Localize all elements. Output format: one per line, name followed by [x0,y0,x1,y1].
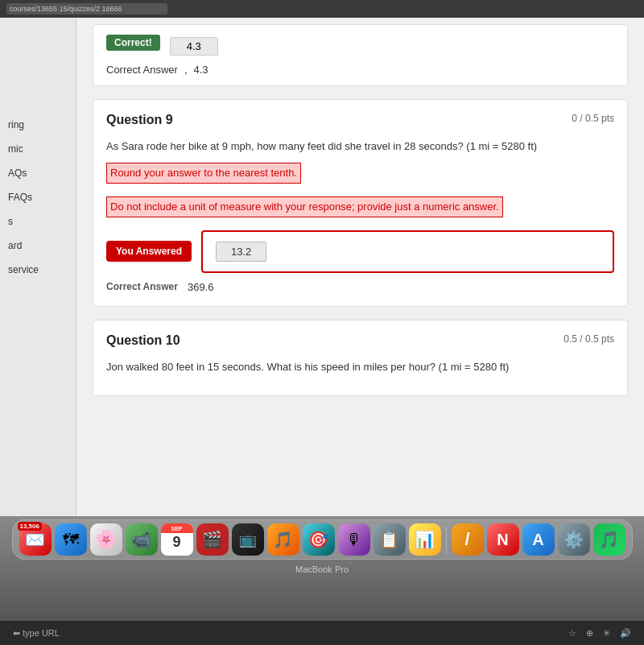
macbook-label: MacBook Pro [295,564,349,574]
dock-bar: ✉️ 13,506 🗺 🌸 📹 SEP 9 [12,519,633,560]
sidebar-item-aqs[interactable]: AQs [0,163,76,184]
dock-finder-icon[interactable]: 🎯 [303,523,335,556]
dock-divider [446,527,447,556]
dock-area: ✉️ 13,506 🗺 🌸 📹 SEP 9 [0,516,644,621]
bottom-left-text: ⬅ type URL [13,628,60,639]
url-text: courses/13655 15/quizzes/2 16666 [10,5,122,13]
correct-answer-section: Correct Answer 369.6 [106,281,614,293]
browser-top-bar: courses/13655 15/quizzes/2 16666 [0,0,644,18]
calendar-day: 9 [172,535,180,549]
dock-music-icon[interactable]: 🎵 [267,523,299,556]
sidebar-item-ring[interactable]: ring [0,114,76,135]
bottom-right: ☆ ⊕ ✳ 🔊 [568,628,631,639]
question-10-card: Question 10 0.5 / 0.5 pts Jon walked 80 … [93,320,628,397]
prev-correct-answer-row: Correct Answer , 4.3 [106,64,614,76]
prev-correct-answer-label: Correct Answer [106,64,178,76]
main-content: ring mic AQs FAQs s ard service Correct!… [0,18,644,516]
dock-podcasts-red-icon[interactable]: 🎬 [196,523,229,556]
prev-correct-comma: , [184,64,188,76]
correct-badge: Correct! [106,35,160,51]
question-10-points: 0.5 / 0.5 pts [564,333,614,345]
instruction-2-block: Do not include a unit of measure with yo… [106,196,614,222]
dock-photos-icon[interactable]: 🌸 [90,523,122,556]
bottom-bar: ⬅ type URL ☆ ⊕ ✳ 🔊 [0,621,644,645]
sidebar-item-ard[interactable]: ard [0,235,76,256]
instruction-2: Do not include a unit of measure with yo… [106,196,503,217]
dock-charts-icon[interactable]: 📊 [409,523,441,556]
you-answered-section: You Answered 13.2 [106,230,614,273]
prev-question-card: Correct! 4.3 Correct Answer , 4.3 [93,24,628,86]
dock-sysprefs-icon[interactable]: ⚙️ [558,523,590,556]
asterisk-icon[interactable]: ✳ [603,628,610,639]
question-9-header: Question 9 0 / 0.5 pts [106,113,614,127]
question-9-points: 0 / 0.5 pts [572,113,614,124]
question-10-text: Jon walked 80 feet in 15 seconds. What i… [106,359,614,375]
plus-icon[interactable]: ⊕ [586,628,593,639]
instruction-1: Round your answer to the nearest tenth. [106,163,301,184]
sidebar: ring mic AQs FAQs s ard service [0,18,76,516]
instruction-1-block: Round your answer to the nearest tenth. [106,163,614,188]
prev-answer-value: 4.3 [170,37,218,56]
prev-correct-value: 4.3 [194,64,208,76]
volume-icon[interactable]: 🔊 [620,628,631,639]
dock-podcast-icon[interactable]: 🎙 [338,523,370,556]
answer-input-container: 13.2 [201,230,614,273]
dock-news-icon[interactable]: N [487,523,519,556]
question-9-card: Question 9 0 / 0.5 pts As Sara rode her … [93,99,628,307]
sidebar-item-service[interactable]: service [0,259,76,280]
dock-spotify-icon[interactable]: 🎵 [593,523,625,556]
dock-appstore-icon[interactable]: A [522,523,555,556]
star-icon[interactable]: ☆ [568,628,576,639]
sidebar-item-faqs[interactable]: FAQs [0,187,76,208]
mail-badge: 13,506 [18,522,42,531]
dock-tv-icon[interactable]: 📺 [232,523,264,556]
dock-mail-icon[interactable]: ✉️ 13,506 [19,523,52,556]
sidebar-item-s[interactable]: s [0,211,76,232]
content-area: Correct! 4.3 Correct Answer , 4.3 Questi… [76,18,644,516]
question-10-header: Question 10 0.5 / 0.5 pts [106,333,614,348]
bottom-left: ⬅ type URL [13,628,60,639]
question-10-title: Question 10 [106,333,180,348]
dock-maps-icon[interactable]: 🗺 [55,523,87,556]
calendar-month: SEP [171,526,182,531]
question-9-text: As Sara rode her bike at 9 mph, how many… [106,139,614,155]
correct-answer-value: 369.6 [188,281,214,293]
calendar-top: SEP [161,523,193,533]
dock-edit-icon[interactable]: / [452,523,484,556]
url-bar[interactable]: courses/13655 15/quizzes/2 16666 [6,3,167,14]
dock-clipboard-icon[interactable]: 📋 [374,523,406,556]
question-9-title: Question 9 [106,113,173,127]
correct-answer-label: Correct Answer [106,281,178,292]
dock-facetime-icon[interactable]: 📹 [126,523,158,556]
you-answered-badge: You Answered [106,241,192,262]
dock-calendar-icon[interactable]: SEP 9 [161,523,193,556]
sidebar-item-mic[interactable]: mic [0,139,76,159]
user-answer-value: 13.2 [216,242,266,262]
